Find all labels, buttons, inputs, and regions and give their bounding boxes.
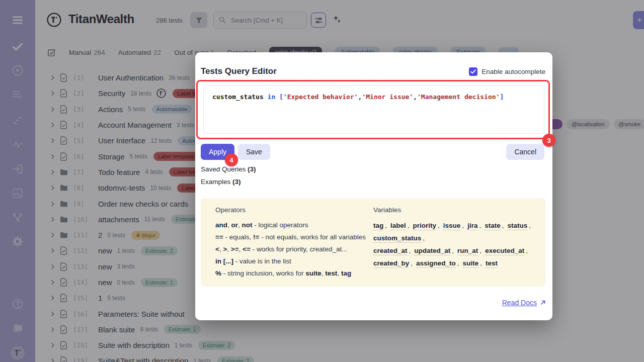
variable-separator: , [409, 247, 411, 254]
operator-segment: , [227, 245, 231, 253]
query-reference-panel: Operators Variables and, or, not - logic… [201, 198, 545, 287]
checkbox-checked-icon[interactable] [469, 67, 477, 76]
variable-token[interactable]: test [486, 259, 498, 268]
operators-title: Operators [215, 206, 246, 214]
code-token [264, 93, 268, 101]
operator-line: <, >, >=, <= - works for priority, creat… [215, 243, 366, 255]
autocomplete-label: Enable autocomplete [481, 68, 545, 75]
operator-segment: and [215, 221, 227, 229]
variable-separator: , [438, 222, 440, 229]
variable-token[interactable]: created_at [373, 247, 408, 255]
operator-segment: in [...] [215, 257, 233, 265]
code-token: 'Expected behavior' [283, 93, 358, 101]
examples-label: Examples [201, 178, 230, 186]
variable-token[interactable]: run_at [457, 247, 478, 255]
operator-segment: - equals, [223, 233, 253, 241]
operator-segment: not [242, 221, 253, 229]
modal-title: Tests Query Editor [201, 66, 277, 76]
operator-line: % - string inclusion, works for suite, t… [215, 267, 366, 280]
operator-segment: - works for priority, created_at... [251, 245, 348, 253]
variable-line: created_by,assigned_to,suite,test [373, 257, 534, 269]
read-docs-label: Read Docs [502, 299, 537, 307]
variable-separator: , [529, 222, 531, 229]
code-token: ] [500, 93, 504, 101]
operator-line: and, or, not - logical operators [215, 219, 366, 231]
operator-segment: == [215, 233, 223, 241]
operator-segment: <= [243, 245, 251, 253]
read-docs-link[interactable]: Read Docs [502, 299, 546, 307]
variable-separator: , [479, 247, 481, 254]
code-token: [ [279, 93, 283, 101]
step-badge-4: 4 [225, 153, 238, 166]
saved-queries-section[interactable]: Saved Queries (3) [201, 165, 256, 173]
variable-line: created_at,updated_at,run_at,executed_at… [373, 244, 534, 257]
examples-section[interactable]: Examples (3) [201, 178, 241, 186]
variables-title: Variables [373, 206, 401, 214]
variable-token[interactable]: created_by [373, 259, 409, 268]
variable-separator: , [385, 222, 387, 229]
operator-segment: , [239, 245, 243, 253]
variable-separator: , [423, 234, 425, 242]
saved-queries-count: (3) [248, 165, 256, 173]
operator-segment: tag [341, 269, 351, 277]
query-editor[interactable] [203, 85, 544, 134]
variable-token[interactable]: updated_at [414, 247, 450, 255]
operator-segment: < [215, 245, 219, 253]
code-token [275, 93, 279, 101]
variable-separator: , [526, 247, 528, 254]
variable-separator: , [462, 222, 464, 229]
examples-count: (3) [232, 178, 241, 186]
variable-token[interactable]: label [390, 222, 406, 230]
operator-segment: , [238, 221, 242, 229]
variable-separator: , [452, 247, 454, 254]
variable-token[interactable]: custom_status [373, 234, 421, 243]
operator-segment: or [231, 221, 238, 229]
code-token: 'Management decision' [417, 93, 500, 101]
tests-query-editor-modal: Tests Query Editor Enable autocomplete c… [195, 52, 552, 320]
step-badge-3: 3 [542, 134, 555, 147]
variables-lines: tag,label,priority,issue,jira,state,stat… [373, 219, 534, 269]
enable-autocomplete-toggle[interactable]: Enable autocomplete [469, 67, 545, 76]
variable-line: custom_status, [373, 232, 534, 244]
variable-token[interactable]: jira [467, 222, 477, 230]
variable-token[interactable]: tag [373, 222, 383, 230]
variable-line: tag,label,priority,issue,jira,state,stat… [373, 219, 534, 232]
variable-token[interactable]: issue [443, 222, 461, 230]
operator-segment: test [325, 269, 337, 277]
code-token: custom_status [212, 93, 264, 101]
operator-segment: >= [231, 245, 239, 253]
cancel-button[interactable]: Cancel [506, 144, 544, 160]
variable-token[interactable]: suite [463, 259, 479, 268]
query-code[interactable]: custom_status in ['Expected behavior','M… [212, 93, 504, 101]
variable-token[interactable]: status [507, 222, 527, 230]
operator-segment: - value is in the list [233, 257, 291, 265]
external-link-icon [540, 300, 546, 306]
operator-segment: , [227, 221, 231, 229]
saved-queries-label: Saved Queries [201, 165, 246, 173]
operator-segment: != [253, 233, 259, 241]
operator-segment: - not equals, works for all variables [259, 233, 366, 241]
variable-separator: , [480, 259, 482, 267]
variable-token[interactable]: assigned_to [416, 259, 456, 268]
variable-separator: , [457, 259, 459, 267]
operator-segment: % [215, 269, 221, 277]
code-token: 'Minor issue' [362, 93, 413, 101]
code-token: in [268, 93, 276, 101]
variable-token[interactable]: state [485, 222, 501, 230]
operator-segment: , [337, 269, 341, 277]
operator-line: == - equals, != - not equals, works for … [215, 231, 366, 243]
variable-token[interactable]: executed_at [485, 247, 524, 255]
app-root: TitanWealth 286 tests + Manual264Automat… [0, 0, 644, 362]
operator-segment: suite [305, 269, 321, 277]
operator-segment: - logical operators [253, 221, 308, 229]
operator-segment: - string inclusion, works for [221, 269, 305, 277]
save-button[interactable]: Save [238, 144, 270, 160]
code-token: , [413, 93, 417, 101]
variable-token[interactable]: priority [413, 222, 437, 230]
variable-separator: , [408, 222, 410, 229]
variable-separator: , [479, 222, 481, 229]
variable-separator: , [502, 222, 504, 229]
operators-lines: and, or, not - logical operators== - equ… [215, 219, 366, 280]
operator-line: in [...] - value is in the list [215, 255, 366, 267]
variable-separator: , [411, 259, 413, 267]
